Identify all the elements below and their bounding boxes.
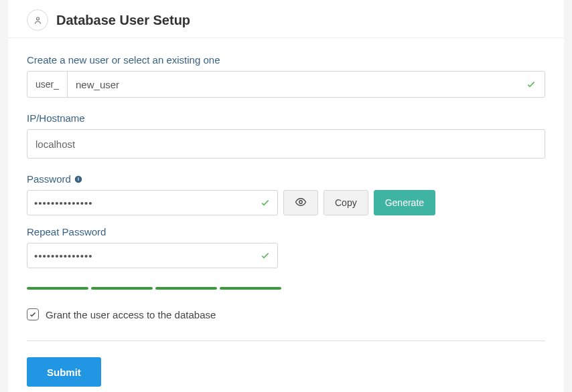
user-icon [27, 9, 48, 31]
repeat-password-field: Repeat Password [27, 226, 545, 268]
password-strength-meter [27, 287, 545, 290]
check-icon [526, 79, 537, 90]
username-input[interactable] [76, 79, 526, 90]
strength-segment [220, 287, 281, 290]
hostname-input-wrap [27, 129, 545, 159]
svg-point-0 [36, 17, 39, 20]
password-label-text: Password [27, 173, 71, 185]
card-header: Database User Setup [8, 0, 564, 38]
password-input-wrap [27, 190, 278, 215]
repeat-password-label: Repeat Password [27, 226, 545, 237]
username-prefix: user_ [27, 72, 68, 97]
password-input[interactable] [34, 197, 260, 209]
repeat-password-input-wrap [27, 243, 278, 268]
hostname-field: IP/Hostname [27, 112, 545, 159]
password-section: Password i Copy Generate [27, 173, 545, 290]
page-title: Database User Setup [56, 13, 190, 28]
card-body: Create a new user or select an existing … [8, 38, 564, 392]
grant-access-row: Grant the user access to the database [27, 308, 545, 341]
strength-segment [27, 287, 88, 290]
username-input-wrap [68, 72, 545, 97]
username-field: Create a new user or select an existing … [27, 54, 545, 98]
grant-access-label: Grant the user access to the database [46, 309, 216, 320]
grant-access-checkbox[interactable] [27, 308, 39, 320]
password-row: Copy Generate [27, 190, 545, 215]
strength-segment [155, 287, 217, 290]
username-label: Create a new user or select an existing … [27, 54, 545, 66]
username-input-group: user_ [27, 71, 545, 98]
generate-button[interactable]: Generate [374, 190, 435, 215]
check-icon [260, 250, 271, 261]
svg-text:i: i [78, 177, 79, 181]
info-icon[interactable]: i [74, 175, 83, 184]
copy-button[interactable]: Copy [324, 190, 368, 215]
check-icon [260, 197, 271, 208]
password-label: Password i [27, 173, 545, 185]
eye-icon [295, 196, 307, 210]
svg-point-3 [299, 200, 303, 203]
repeat-password-input[interactable] [34, 250, 260, 262]
submit-button[interactable]: Submit [27, 357, 101, 387]
hostname-input[interactable] [35, 138, 537, 150]
setup-card: Database User Setup Create a new user or… [8, 0, 564, 392]
hostname-label: IP/Hostname [27, 112, 545, 124]
strength-segment [91, 287, 153, 290]
reveal-password-button[interactable] [283, 190, 318, 215]
